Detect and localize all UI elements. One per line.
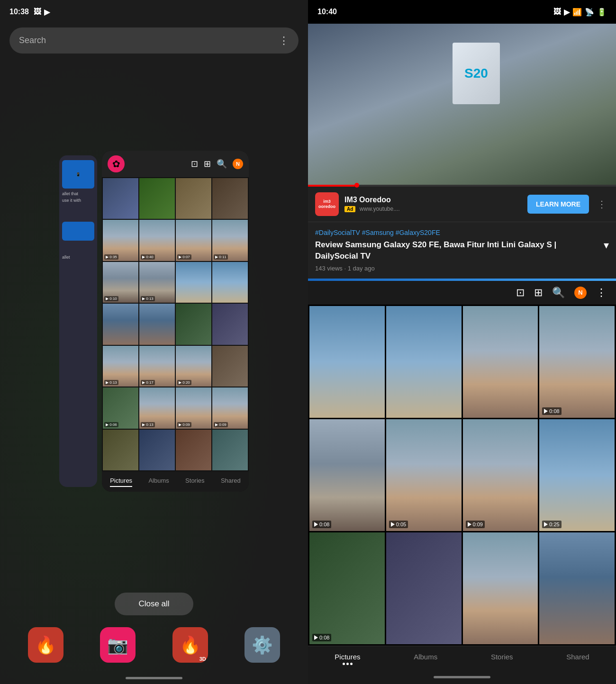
partial-card-content: 📱 allet that use it with allet [59, 155, 97, 264]
photo-cell-right-10[interactable] [463, 532, 538, 644]
signal-icon: 📡 [585, 8, 594, 17]
tab-shared-right[interactable]: Shared [566, 653, 589, 665]
dock-flame-2[interactable]: 🔥 3D [172, 627, 208, 663]
video-meta: 143 views · 1 day ago [315, 265, 609, 272]
status-icons-right: 🖼 ▶ 📶 📡 🔋 [553, 8, 607, 17]
gallery-toolbar-right: ⊡ ⊞ 🔍 N ⋮ [308, 281, 616, 305]
photo-cell-left-9[interactable]: ▶ 0:13 [139, 262, 175, 303]
photo-cell-left-18[interactable]: ▶ 0:20 [176, 346, 211, 387]
tab-stories[interactable]: Stories [185, 477, 204, 487]
card-main-gallery[interactable]: ✿ ⊡ ⊞ 🔍 N ▶ 0:35▶ 0:40▶ 0:07▶ 0:11▶ 0:10… [102, 151, 249, 492]
photo-cell-right-5[interactable]: 0:05 [386, 419, 462, 531]
search-options-icon[interactable]: ⋮ [279, 35, 289, 47]
card-search-icon[interactable]: 🔍 [217, 159, 227, 169]
photo-cell-left-26[interactable] [176, 430, 211, 470]
gallery-icon: 🖼 [34, 8, 41, 16]
video-title: Review Samsung Galaxy S20 FE, Bawa Fitur… [315, 239, 599, 262]
close-all-button[interactable]: Close all [115, 593, 193, 615]
photo-cell-left-6[interactable]: ▶ 0:07 [176, 220, 211, 261]
photo-cell-left-7[interactable]: ▶ 0:11 [212, 220, 248, 261]
photo-cell-left-0[interactable] [103, 178, 138, 219]
dock-flame-1[interactable]: 🔥 [28, 627, 63, 663]
toolbar-search-icon[interactable]: 🔍 [552, 287, 565, 299]
photo-cell-left-21[interactable]: ▶ 0:13 [139, 387, 175, 428]
partial-text-2: use it with [62, 198, 94, 203]
photo-cell-left-4[interactable]: ▶ 0:35 [103, 220, 138, 261]
tab-stories-right[interactable]: Stories [491, 653, 513, 665]
photo-cell-left-8[interactable]: ▶ 0:10 [103, 262, 138, 303]
photo-cell-left-15[interactable] [212, 304, 248, 344]
card-screen-icon[interactable]: ⊡ [191, 159, 198, 169]
photo-cell-left-25[interactable] [139, 430, 175, 470]
card-cast-icon[interactable]: ⊞ [204, 159, 211, 169]
video-expand-icon[interactable]: ▾ [604, 239, 609, 252]
video-area[interactable]: S20 [308, 24, 616, 185]
photo-cell-right-11[interactable] [539, 532, 615, 644]
tab-shared[interactable]: Shared [221, 477, 241, 487]
dock-instagram[interactable]: 📷 [100, 627, 136, 663]
photo-cell-left-19[interactable] [212, 346, 248, 387]
learn-more-button[interactable]: LEARN MORE [527, 195, 589, 214]
ad-logo: im3ooredoo [315, 192, 339, 216]
samsung-box: S20 [453, 43, 500, 104]
photo-cell-right-3[interactable]: 0:08 [539, 306, 615, 418]
ad-more-icon[interactable]: ⋮ [595, 198, 609, 210]
video-bg: S20 [308, 24, 616, 185]
status-bar-left: 10:38 🖼 ▶ [0, 0, 308, 24]
photo-cell-right-2[interactable] [463, 306, 538, 418]
toolbar-screen-icon[interactable]: ⊡ [516, 287, 525, 299]
photo-cell-right-9[interactable] [386, 532, 462, 644]
close-all-container: Close all [0, 593, 308, 615]
play-icon-right: ▶ [564, 8, 570, 17]
flame-2-emoji: 🔥 [180, 635, 201, 655]
photo-cell-left-22[interactable]: ▶ 0:09 [176, 387, 211, 428]
partial-btn [62, 222, 94, 241]
tab-pictures[interactable]: Pictures [110, 477, 132, 487]
photo-cell-left-11[interactable] [212, 262, 248, 303]
photo-cell-left-10[interactable] [176, 262, 211, 303]
flower-icon: ✿ [112, 158, 120, 170]
photo-cell-left-12[interactable] [103, 304, 138, 344]
ad-info: IM3 Ooredoo Ad www.youtube.... [344, 196, 522, 213]
photo-cell-right-0[interactable] [309, 306, 385, 418]
video-tags: #DailySocialTV #Samsung #GalaxyS20FE [315, 229, 609, 236]
photo-cell-right-4[interactable]: 0:08 [309, 419, 385, 531]
dock-settings[interactable]: ⚙️ [245, 627, 280, 663]
home-bar-left [126, 677, 182, 679]
photo-cell-left-24[interactable] [103, 430, 138, 470]
home-indicator-left [0, 672, 308, 684]
bottom-tabs-right: Pictures Albums Stories Shared [308, 646, 616, 670]
tab-albums-right[interactable]: Albums [414, 653, 437, 665]
tab-dot-3 [350, 663, 353, 665]
card-partial-left[interactable]: 📱 allet that use it with allet [59, 155, 97, 487]
photo-cell-left-17[interactable]: ▶ 0:17 [139, 346, 175, 387]
search-bar[interactable]: Search ⋮ [9, 27, 299, 54]
photo-cell-right-7[interactable]: 0:25 [539, 419, 615, 531]
cards-container: 📱 allet that use it with allet ✿ ⊡ ⊞ 🔍 [0, 59, 308, 583]
photo-cell-left-14[interactable] [176, 304, 211, 344]
gallery-tabs: Pictures Albums Stories Shared [102, 471, 249, 492]
photo-cell-right-1[interactable] [386, 306, 462, 418]
photo-cell-left-13[interactable] [139, 304, 175, 344]
search-placeholder: Search [19, 36, 46, 45]
photo-cell-left-3[interactable] [212, 178, 248, 219]
tab-pictures-right[interactable]: Pictures [335, 653, 360, 665]
photo-grid-main: ▶ 0:35▶ 0:40▶ 0:07▶ 0:11▶ 0:10▶ 0:13▶ 0:… [102, 177, 249, 471]
play-icon: ▶ [44, 8, 50, 17]
video-progress-bar[interactable] [308, 185, 616, 187]
photo-cell-left-16[interactable]: ▶ 0:13 [103, 346, 138, 387]
photo-cell-left-23[interactable]: ▶ 0:09 [212, 387, 248, 428]
photo-cell-left-27[interactable] [212, 430, 248, 470]
photo-cell-left-20[interactable]: ▶ 0:06 [103, 387, 138, 428]
photo-cell-right-6[interactable]: 0:09 [463, 419, 538, 531]
tab-albums[interactable]: Albums [148, 477, 169, 487]
notif-badge: N [233, 159, 243, 169]
photo-cell-left-5[interactable]: ▶ 0:40 [139, 220, 175, 261]
photo-cell-right-8[interactable]: 0:08 [309, 532, 385, 644]
photo-cell-left-2[interactable] [176, 178, 211, 219]
toolbar-more-icon[interactable]: ⋮ [596, 287, 607, 299]
photo-cell-left-1[interactable] [139, 178, 175, 219]
toolbar-notif-badge: N [574, 287, 587, 299]
tab-dots [335, 663, 360, 665]
toolbar-cast-icon[interactable]: ⊞ [534, 287, 543, 299]
